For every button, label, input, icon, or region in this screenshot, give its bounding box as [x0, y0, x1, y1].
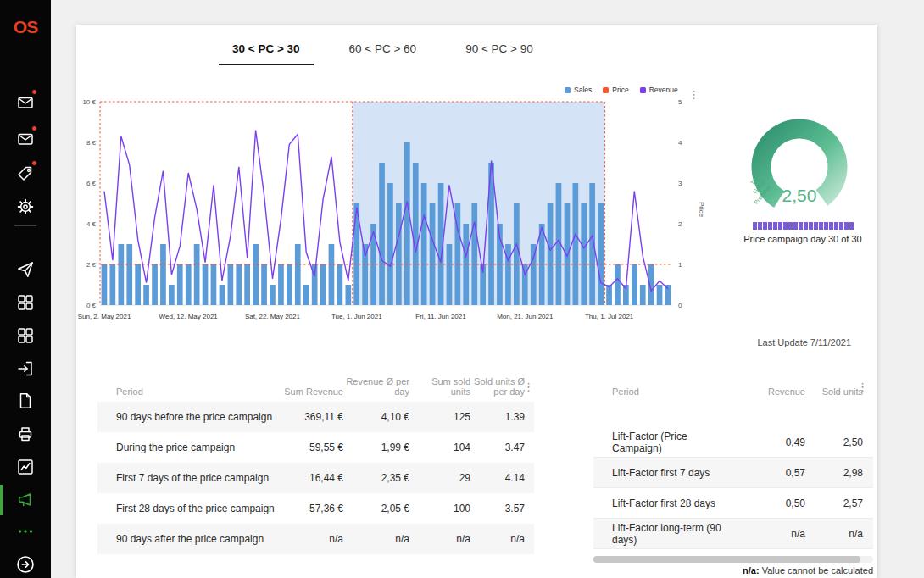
- table-cell: 1.39: [470, 411, 525, 423]
- tab-pc-90[interactable]: 90 < PC > 90: [452, 35, 547, 65]
- table-cell: 1,99 €: [343, 442, 409, 453]
- table-cell: 4.14: [470, 472, 525, 484]
- svg-text:Fri, 11. Jun 2021: Fri, 11. Jun 2021: [415, 313, 466, 320]
- progress-segment: [783, 222, 788, 230]
- line-chart-icon: [16, 458, 35, 476]
- svg-text:1: 1: [678, 261, 682, 269]
- table-row[interactable]: 90 days after the price campaignn/an/an/…: [97, 524, 534, 554]
- revenue-color-swatch: [640, 87, 646, 93]
- sidebar-item-logout[interactable]: [0, 549, 51, 578]
- grid-icon: [16, 293, 35, 312]
- table-row[interactable]: Lift-Factor long-term (90 days)n/an/a: [593, 519, 873, 549]
- progress-segment: [763, 222, 767, 230]
- progress-segment: [778, 222, 782, 230]
- mail-icon: [16, 93, 35, 112]
- table-body: Lift-Factor (Price Campaign)0,492,50Lift…: [593, 427, 873, 549]
- sidebar-item-settings[interactable]: [0, 192, 51, 222]
- mail-icon: [16, 130, 35, 148]
- svg-text:0 €: 0 €: [86, 302, 97, 309]
- table-row[interactable]: Lift-Factor first 28 days0,502,57: [593, 488, 873, 519]
- column-header[interactable]: Period: [97, 386, 282, 397]
- progress-segment: [824, 222, 828, 230]
- app-logo[interactable]: OS: [0, 12, 51, 42]
- table-header-row: PeriodSum RevenueRevenue Ø per daySum so…: [97, 373, 534, 402]
- table-row[interactable]: During the price campaign59,55 €1,99 €10…: [97, 432, 534, 463]
- table-cell: 16,44 €: [282, 472, 343, 484]
- sidebar-item-apps[interactable]: [0, 320, 51, 351]
- table-cell: 90 days before the price campaign: [97, 411, 282, 423]
- table-row[interactable]: 90 days before the price campaign369,11 …: [97, 402, 534, 432]
- sidebar-item-campaigns[interactable]: [0, 485, 51, 515]
- table-cell: 3.47: [470, 442, 525, 453]
- sidebar-item-modules[interactable]: [0, 287, 51, 318]
- gauge-value: 2,50: [770, 186, 829, 206]
- price-color-swatch: [603, 87, 609, 93]
- tab-bar: 30 < PC > 30 60 < PC > 60 90 < PC > 90: [219, 35, 547, 65]
- right-table-menu-icon[interactable]: ⋮: [857, 381, 868, 392]
- main-area: 30 < PC > 30 60 < PC > 60 90 < PC > 90 S…: [51, 0, 924, 578]
- progress-segment: [768, 222, 772, 230]
- tab-pc-30[interactable]: 30 < PC > 30: [219, 35, 314, 65]
- file-icon: [16, 392, 35, 410]
- column-header[interactable]: Period: [593, 386, 738, 397]
- left-table-menu-icon[interactable]: ⋮: [523, 381, 534, 392]
- column-header[interactable]: Sum Revenue: [282, 386, 343, 397]
- svg-text:2: 2: [678, 220, 682, 228]
- svg-text:Thu, 1. Jul 2021: Thu, 1. Jul 2021: [585, 313, 634, 320]
- progress-segment: [819, 222, 823, 230]
- table-row[interactable]: First 7 days of the price campaign16,44 …: [97, 463, 534, 493]
- sidebar: OS: [0, 0, 51, 578]
- sidebar-item-import[interactable]: [0, 353, 51, 384]
- table-cell: 0,50: [738, 497, 805, 509]
- table-cell: 125: [409, 411, 470, 423]
- progress-segment: [839, 222, 843, 230]
- svg-text:Sat, 22. May 2021: Sat, 22. May 2021: [245, 313, 300, 320]
- dashboard-card: 30 < PC > 30 60 < PC > 60 90 < PC > 90 S…: [76, 25, 877, 578]
- table-body: 90 days before the price campaign369,11 …: [97, 402, 534, 554]
- svg-text:Wed, 12. May 2021: Wed, 12. May 2021: [159, 313, 219, 320]
- table-cell: 369,11 €: [282, 411, 343, 423]
- sidebar-item-send[interactable]: [0, 254, 51, 285]
- column-header[interactable]: Sum sold units: [409, 376, 470, 397]
- svg-text:5: 5: [678, 98, 682, 106]
- campaign-progress-label: Price campaign day 30 of 30: [722, 234, 883, 244]
- column-header[interactable]: Revenue: [738, 386, 805, 397]
- table-row[interactable]: First 28 days of the price campaign57,36…: [97, 493, 534, 524]
- progress-segment: [753, 222, 757, 230]
- sidebar-item-tags[interactable]: [0, 158, 51, 189]
- sidebar-item-documents[interactable]: [0, 386, 51, 416]
- last-update-text: Last Update 7/11/2021: [726, 337, 851, 347]
- grid-icon: [16, 326, 35, 345]
- table-cell: n/a: [470, 533, 525, 545]
- sidebar-item-more[interactable]: [0, 516, 51, 547]
- column-header[interactable]: Sold units Ø per day: [470, 376, 525, 397]
- svg-text:Mon, 21. Jun 2021: Mon, 21. Jun 2021: [497, 313, 554, 320]
- table-cell: First 28 days of the price campaign: [97, 503, 282, 514]
- table-cell: n/a: [343, 533, 409, 545]
- lift-factor-table: PeriodRevenueSold units Lift-Factor (Pri…: [593, 373, 873, 549]
- table-row[interactable]: Lift-Factor (Price Campaign)0,492,50: [593, 427, 873, 458]
- price-campaign-chart[interactable]: 10 €8 €6 €4 €2 €0 €543210PriceSun, 2. Ma…: [78, 93, 705, 334]
- sidebar-item-mail-1[interactable]: [0, 87, 51, 118]
- svg-text:Sun, 2. May 2021: Sun, 2. May 2021: [78, 313, 131, 320]
- table-cell: Lift-Factor (Price Campaign): [593, 431, 738, 454]
- scrollbar-thumb[interactable]: [593, 556, 860, 563]
- sidebar-item-analytics[interactable]: [0, 452, 51, 482]
- logo-text: OS: [14, 17, 37, 37]
- column-header[interactable]: Sold units: [805, 386, 863, 397]
- table-row[interactable]: Lift-Factor first 7 days0,572,98: [593, 458, 873, 488]
- table-cell: First 7 days of the price campaign: [97, 472, 282, 484]
- tab-pc-60[interactable]: 60 < PC > 60: [336, 35, 431, 65]
- sidebar-item-mail-2[interactable]: [0, 124, 51, 154]
- arrow-circle-icon: [15, 554, 36, 575]
- table-cell: 2,05 €: [343, 503, 409, 514]
- column-header[interactable]: Revenue Ø per day: [343, 376, 409, 397]
- sidebar-item-print[interactable]: [0, 419, 51, 449]
- table-cell: 2,98: [805, 467, 863, 479]
- progress-segment: [788, 222, 793, 230]
- svg-text:0: 0: [678, 302, 682, 309]
- enter-arrow-icon: [16, 359, 35, 378]
- tag-icon: [16, 164, 35, 183]
- progress-segment: [804, 222, 808, 230]
- progress-segment: [799, 222, 803, 230]
